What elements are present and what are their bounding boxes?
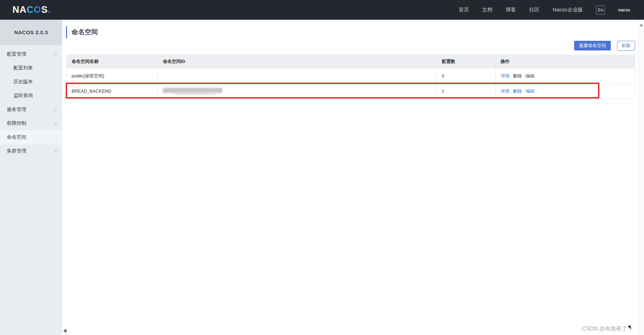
chevron-down-icon	[54, 121, 58, 125]
username-menu[interactable]: nacos	[618, 8, 630, 12]
scroll-left-arrow-icon[interactable]	[63, 329, 66, 333]
logo-dot: .	[48, 4, 51, 15]
header-namespace-id: 命名空间ID	[158, 55, 437, 68]
table-row-public: public(保留空间) 0 详情 删除 编辑	[67, 68, 635, 83]
blur-block	[175, 92, 215, 95]
redacted-namespace-id	[163, 88, 222, 95]
namespace-id-cell	[158, 68, 437, 83]
sidebar-item-service-management[interactable]: 服务管理	[0, 103, 62, 117]
namespace-name-cell: BREAD_BACKEND	[67, 84, 158, 99]
scroll-up-arrow-icon[interactable]	[640, 24, 643, 26]
header-actions: 操作	[496, 55, 635, 68]
nav-item-community[interactable]: 社区	[529, 7, 540, 13]
new-namespace-button[interactable]: 新建命名空间	[574, 41, 611, 50]
watermark-text: CSDN @布熬夜了	[582, 325, 627, 333]
config-count-cell: 0	[437, 68, 496, 83]
sidebar: NACOS 2.0.3 配置管理 配置列表 历史版本 监听查询 服务管理 权限控…	[0, 20, 62, 335]
sidebar-item-history[interactable]: 历史版本	[0, 75, 62, 89]
mouse-cursor-icon	[628, 325, 631, 330]
sidebar-item-listener-query[interactable]: 监听查询	[0, 89, 62, 103]
namespace-name-cell: public(保留空间)	[67, 68, 158, 83]
actions-cell: 详情 删除 编辑	[496, 68, 635, 83]
logo-text-co: CO	[27, 4, 41, 15]
refresh-button[interactable]: 刷新	[617, 41, 635, 50]
sidebar-item-config-list[interactable]: 配置列表	[0, 61, 62, 75]
nacos-logo[interactable]: NACOS.	[12, 4, 51, 15]
nav-item-blog[interactable]: 博客	[506, 7, 516, 13]
table-header-row: 命名空间名称 命名空间ID 配置数 操作	[67, 55, 635, 68]
sidebar-item-label: 历史版本	[13, 79, 33, 85]
detail-link[interactable]: 详情	[501, 88, 510, 94]
sidebar-item-config-management[interactable]: 配置管理	[0, 47, 62, 61]
nav-item-home[interactable]: 首页	[459, 7, 469, 13]
edit-link-disabled: 编辑	[525, 73, 534, 79]
edit-link[interactable]: 编辑	[525, 88, 534, 94]
sidebar-item-label: 配置列表	[13, 65, 33, 71]
sidebar-item-label: 权限控制	[7, 120, 26, 127]
actions-cell: 详情 删除 编辑	[496, 84, 635, 99]
top-navbar: NACOS. 首页 文档 博客 社区 Nacos企业版 En nacos	[0, 0, 644, 20]
language-toggle[interactable]: En	[596, 6, 605, 15]
nav-item-docs[interactable]: 文档	[482, 7, 493, 13]
sidebar-menu: 配置管理 配置列表 历史版本 监听查询 服务管理 权限控制 命名空间 集群管理	[0, 45, 62, 158]
sidebar-item-namespace[interactable]: 命名空间	[0, 130, 62, 144]
logo-text-na: NA	[12, 4, 27, 15]
sidebar-item-auth-control[interactable]: 权限控制	[0, 117, 62, 130]
chevron-down-icon	[54, 149, 58, 152]
chevron-down-icon	[54, 108, 58, 111]
config-count-cell: 1	[437, 84, 496, 99]
detail-link[interactable]: 详情	[501, 73, 510, 79]
sidebar-item-cluster-management[interactable]: 集群管理	[0, 144, 62, 158]
logo-text-s: S	[41, 4, 48, 15]
navbar-links: 首页 文档 博客 社区 Nacos企业版 En nacos	[459, 6, 630, 15]
page-title: 命名空间	[66, 26, 98, 38]
namespace-table: 命名空间名称 命名空间ID 配置数 操作 public(保留空间) 0 详情 删…	[66, 55, 635, 99]
sidebar-item-label: 命名空间	[7, 134, 26, 140]
sidebar-item-label: 服务管理	[7, 106, 26, 113]
header-config-count: 配置数	[437, 55, 496, 68]
vertical-scrollbar[interactable]	[638, 20, 644, 335]
table-row-bread-backend: BREAD_BACKEND 1 详情 删除 编辑	[67, 83, 635, 99]
sidebar-version-label: NACOS 2.0.3	[0, 20, 62, 45]
sidebar-item-label: 配置管理	[7, 51, 26, 57]
namespace-id-cell	[158, 84, 437, 99]
header-namespace-name: 命名空间名称	[67, 55, 158, 68]
main-content: 命名空间 新建命名空间 刷新 命名空间名称 命名空间ID 配置数 操作 publ…	[62, 20, 638, 335]
sidebar-item-label: 监听查询	[13, 93, 33, 99]
delete-link[interactable]: 删除	[513, 88, 522, 94]
nav-item-enterprise[interactable]: Nacos企业版	[553, 7, 583, 13]
delete-link-disabled: 删除	[513, 73, 522, 79]
csdn-watermark: CSDN @布熬夜了	[582, 325, 631, 333]
chevron-up-icon	[54, 53, 58, 56]
sidebar-item-label: 集群管理	[7, 148, 26, 154]
